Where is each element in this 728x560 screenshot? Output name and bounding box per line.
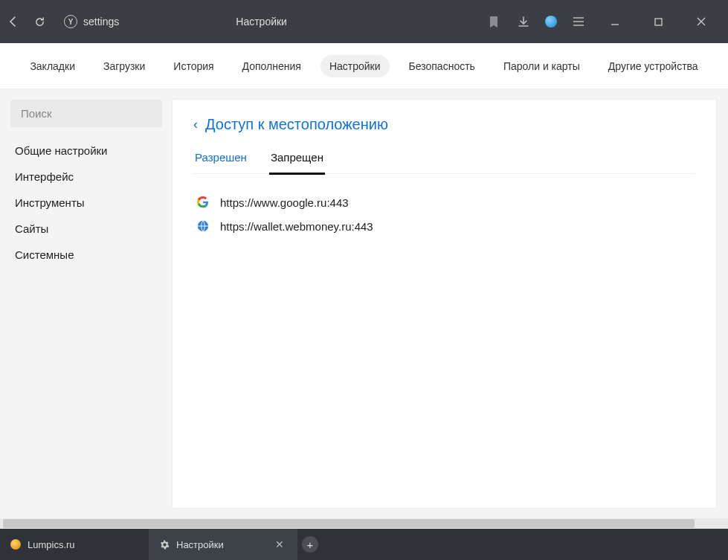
nav-security[interactable]: Безопасность — [400, 55, 484, 77]
browser-tab[interactable]: Настройки ✕ — [149, 529, 297, 560]
tab-label: Настройки — [176, 539, 224, 550]
title-bar: Y settings Настройки — [0, 0, 728, 43]
tab-label: Lumpics.ru — [28, 539, 75, 550]
tab-allowed[interactable]: Разрешен — [193, 147, 248, 173]
site-url: https://www.google.ru:443 — [220, 196, 349, 209]
sidebar-item-general[interactable]: Общие настройки — [10, 138, 162, 164]
tab-close-icon[interactable]: ✕ — [272, 537, 287, 552]
maximize-button[interactable] — [643, 10, 673, 33]
tab-blocked[interactable]: Запрещен — [269, 147, 325, 175]
browser-tab[interactable]: Lumpics.ru — [0, 529, 149, 560]
nav-settings[interactable]: Настройки — [320, 55, 390, 77]
main-area: Поиск Общие настройки Интерфейс Инструме… — [0, 89, 728, 518]
site-row[interactable]: https://www.google.ru:443 — [193, 190, 695, 214]
nav-bookmarks[interactable]: Закладки — [21, 55, 84, 77]
svg-rect-0 — [655, 19, 662, 25]
search-input[interactable]: Поиск — [10, 100, 162, 127]
scrollbar-thumb[interactable] — [3, 519, 695, 528]
site-row[interactable]: https://wallet.webmoney.ru:443 — [193, 214, 695, 238]
titlebar-right-controls — [486, 10, 721, 33]
globe-icon — [196, 219, 210, 233]
google-icon — [196, 196, 210, 209]
new-tab-button[interactable]: + — [302, 536, 318, 553]
chevron-left-icon: ‹ — [193, 117, 198, 132]
content-title: Доступ к местоположению — [205, 116, 388, 133]
settings-top-nav: Закладки Загрузки История Дополнения Нас… — [0, 43, 728, 89]
browser-tab-bar: Lumpics.ru Настройки ✕ + — [0, 529, 728, 560]
back-button[interactable] — [7, 16, 34, 28]
sidebar-item-interface[interactable]: Интерфейс — [10, 164, 162, 190]
nav-passwords[interactable]: Пароли и карты — [495, 55, 589, 77]
minimize-button[interactable] — [600, 10, 630, 33]
new-tab-area: + — [297, 529, 323, 560]
nav-other-devices[interactable]: Другие устройства — [599, 55, 707, 77]
sidebar-item-system[interactable]: Системные — [10, 242, 162, 268]
close-button[interactable] — [686, 10, 716, 33]
nav-history[interactable]: История — [164, 55, 222, 77]
sidebar-item-tools[interactable]: Инструменты — [10, 190, 162, 216]
settings-sidebar: Поиск Общие настройки Интерфейс Инструме… — [0, 89, 162, 518]
nav-addons[interactable]: Дополнения — [233, 55, 310, 77]
downloads-icon[interactable] — [515, 13, 532, 30]
content-panel: ‹ Доступ к местоположению Разрешен Запре… — [173, 100, 716, 508]
menu-icon[interactable] — [570, 13, 587, 30]
profile-avatar[interactable] — [545, 16, 557, 28]
favicon-icon — [10, 539, 21, 550]
permission-tabs: Разрешен Запрещен — [193, 147, 695, 174]
horizontal-scrollbar[interactable] — [0, 518, 728, 529]
nav-downloads[interactable]: Загрузки — [94, 55, 154, 77]
bookmark-icon[interactable] — [486, 13, 502, 30]
site-url: https://wallet.webmoney.ru:443 — [220, 220, 373, 233]
back-to-parent[interactable]: ‹ Доступ к местоположению — [193, 116, 695, 133]
gear-icon — [159, 539, 170, 550]
page-title: Настройки — [37, 16, 486, 28]
sidebar-item-sites[interactable]: Сайты — [10, 216, 162, 242]
